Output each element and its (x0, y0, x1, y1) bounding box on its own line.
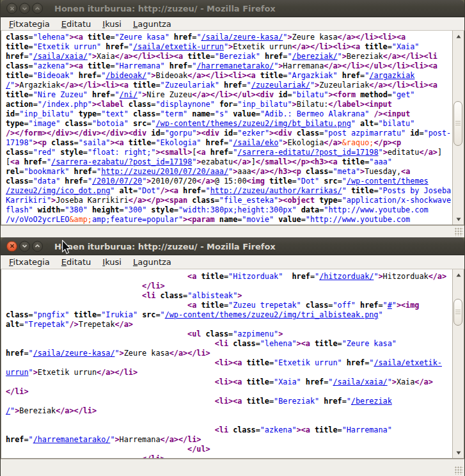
source-line: id="inp_bilatu" type="text" class="term"… (6, 109, 452, 119)
source-line: <li class="azkena"><a title="Harremana" (6, 425, 452, 435)
window-title: Honen iturburua: http://zuzeu/ - Mozilla… (54, 241, 276, 251)
statusbar (1, 225, 464, 237)
source-code-text: <a title="Hitzorduak" href="/hitzorduak/… (1, 269, 452, 458)
resize-grip[interactable] (455, 466, 463, 475)
source-line: <li><a title="Bereziak" href="/bereziak (6, 397, 452, 406)
scroll-up-arrow-icon[interactable] (453, 31, 463, 41)
resize-grip[interactable] (455, 228, 463, 236)
source-line: class="lehena"><a title="Zeure kasa" hre… (6, 33, 452, 42)
minimize-button-icon[interactable] (19, 241, 30, 251)
source-line: <li><a title="Xaia" href="/saila/xaia/">… (6, 377, 452, 387)
close-button-icon[interactable] (6, 3, 17, 14)
source-line: <li><a title="Etxetik urrun" href="/sail… (6, 358, 452, 368)
menu-item-fitxategia[interactable]: Fitxategia (3, 257, 56, 267)
window-title: Honen iturburua: http://zuzeu/ - Mozilla… (54, 4, 276, 13)
menu-item-editatu[interactable]: Editatu (56, 19, 97, 29)
source-line: </li> (6, 282, 452, 291)
source-line: /">Bereziak</a></li> (6, 406, 452, 416)
scroll-down-arrow-icon[interactable] (453, 448, 463, 457)
source-line: href="/harremanetarako/">Harremana</a></… (6, 435, 452, 445)
source-line: href="/saila/zeure-kasa/">Zeure kasa</a>… (6, 349, 452, 358)
mouse-cursor (61, 240, 72, 255)
scrollbar-thumb[interactable] (453, 101, 462, 146)
source-line: href="/saila/xaia/">Xaia</a></li><li><a … (6, 52, 452, 61)
window-buttons (6, 241, 43, 251)
source-line: class="red" style="float: right;"><small… (6, 148, 452, 157)
window-buttons (6, 3, 43, 14)
vertical-scrollbar[interactable] (452, 31, 464, 225)
source-line: /">Argazkiak</a></li><li><a title="Zuzeu… (6, 81, 452, 90)
source-view: class="lehena"><a title="Zeure kasa" hre… (1, 31, 464, 225)
source-line: class="pngfix" title="Irukia" src="/wp-c… (6, 310, 452, 320)
source-line: title="Bideoak" href="/bideoak/">Bideoak… (6, 71, 452, 81)
menu-item-ikusi[interactable]: Ikusi (97, 257, 127, 267)
source-line: <a title="Zuzeu trepetak" class="off" hr… (6, 301, 452, 310)
scroll-down-arrow-icon[interactable] (453, 214, 463, 224)
source-code-text: class="lehena"><a title="Zeure kasa" hre… (1, 31, 452, 225)
source-line: rel="bookmark" href="http://zuzeu/2010/0… (6, 167, 452, 177)
source-line: <li class="lehena"><a title="Zeure kasa" (6, 339, 452, 349)
menubar: FitxategiaEditatuIkusiLaguntza (1, 17, 464, 31)
source-line: Karrikiri">Joseba Karrikiri</a></p><span… (6, 196, 452, 205)
firefox-view-source-window-top: Honen iturburua: http://zuzeu/ - Mozilla… (0, 0, 465, 237)
source-line: </ul> (6, 445, 452, 454)
source-line: action="/index.php"><label class="displa… (6, 100, 452, 109)
scroll-up-arrow-icon[interactable] (453, 270, 463, 280)
source-line: [<a href="/sarrera-ezabatu/?post_id=1719… (6, 157, 452, 167)
maximize-button-icon[interactable] (32, 3, 43, 14)
source-line: urrun">Etxetik urrun</a></li> (6, 368, 452, 377)
source-line: </li> (6, 454, 452, 458)
source-line: class="data" href="/2010/07/20">2010/07/… (6, 177, 452, 186)
menu-item-fitxategia[interactable]: Fitxategia (3, 19, 56, 29)
source-line: 17198"><p class="saila"><a title="Ekolog… (6, 138, 452, 148)
source-line: title="Nire Zuzeu" href="/ni/">Nire Zuze… (6, 90, 452, 100)
close-button-icon[interactable] (6, 241, 17, 251)
menu-item-editatu[interactable]: Editatu (56, 257, 97, 267)
titlebar[interactable]: Honen iturburua: http://zuzeu/ - Mozilla… (1, 0, 464, 17)
source-view: <a title="Hitzorduak" href="/hitzorduak/… (1, 269, 464, 459)
firefox-view-source-window-bottom: Honen iturburua: http://zuzeu/ - Mozilla… (0, 237, 465, 476)
source-line: alt="Trepetak"/>Trepetak</a> (6, 320, 452, 329)
source-line: /></form></div></div></div><div id="gorp… (6, 129, 452, 138)
source-line: flash" width="380" height="300" style="w… (6, 205, 452, 215)
source-line: <ul class="azpimenu"> (6, 329, 452, 339)
menu-item-laguntza[interactable]: Laguntza (127, 257, 177, 267)
statusbar (1, 459, 464, 476)
source-line: class="azkena"><a title="Harremana" href… (6, 61, 452, 71)
thumb-grip (455, 121, 461, 126)
minimize-button-icon[interactable] (19, 3, 30, 14)
maximize-button-icon[interactable] (32, 241, 43, 251)
source-line: /zuzeu2/img/ico_dot.png" alt="Dot"/><a h… (6, 186, 452, 196)
source-line: </li> (6, 387, 452, 397)
vertical-scrollbar[interactable] (452, 269, 464, 458)
source-line: <a title="Hitzorduak" href="/hitzorduak/… (6, 272, 452, 282)
source-line (6, 416, 452, 425)
source-line: title="Etxetik urrun" href="/saila/etxet… (6, 42, 452, 52)
source-line: <li class="albisteak"> (6, 291, 452, 301)
source-line: type="image" class="botoia" src="/wp-con… (6, 119, 452, 129)
source-line: /v/oVoO2ycrLEO&amp;amp;feature=popular">… (6, 215, 452, 225)
scrollbar-thumb[interactable] (453, 299, 462, 326)
thumb-grip (455, 310, 461, 315)
menu-item-ikusi[interactable]: Ikusi (97, 19, 127, 29)
menubar: FitxategiaEditatuIkusiLaguntza (1, 255, 464, 269)
menu-item-laguntza[interactable]: Laguntza (127, 19, 177, 29)
